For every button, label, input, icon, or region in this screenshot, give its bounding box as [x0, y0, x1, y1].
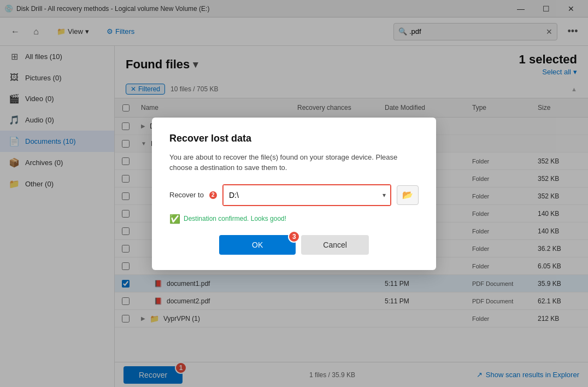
confirmed-message: ✅ Destination confirmed. Looks good! — [169, 214, 419, 224]
step-badge-2: 2 — [209, 191, 217, 199]
ok-button[interactable]: OK — [219, 235, 296, 255]
folder-open-icon: 📂 — [402, 190, 413, 200]
modal-title: Recover lost data — [169, 133, 419, 144]
browse-button[interactable]: 📂 — [397, 185, 419, 205]
ok-btn-wrapper: OK 3 — [219, 235, 296, 255]
modal-description: You are about to recover the file(s) fou… — [169, 152, 419, 173]
modal-actions: OK 3 Cancel — [169, 235, 419, 255]
modal-overlay: Recover lost data You are about to recov… — [0, 0, 588, 387]
recover-dialog: Recover lost data You are about to recov… — [152, 118, 436, 270]
step-badge-3: 3 — [288, 231, 300, 243]
cancel-button[interactable]: Cancel — [301, 235, 369, 255]
destination-select[interactable]: D:\ C:\ E:\ — [224, 185, 390, 205]
check-circle-icon: ✅ — [169, 214, 180, 224]
recover-to-label: Recover to — [169, 191, 204, 199]
destination-select-wrapper[interactable]: D:\ C:\ E:\ ▾ — [222, 184, 391, 206]
recover-to-row: Recover to 2 D:\ C:\ E:\ ▾ 📂 — [169, 184, 419, 206]
